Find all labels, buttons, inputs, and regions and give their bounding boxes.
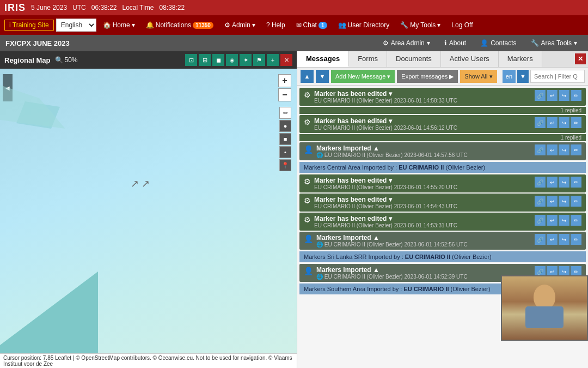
map-circle-tool[interactable]: ● (279, 120, 291, 132)
action-edit-button[interactable]: ✏ (571, 215, 581, 226)
action-reply-button[interactable]: ↩ (547, 144, 558, 155)
tab-markers[interactable]: Markers (499, 51, 542, 67)
message-actions: 🔗 ↩ ↪ ✏ (535, 196, 581, 207)
action-link-button[interactable]: 🔗 (535, 90, 546, 101)
admin-menu[interactable]: ⚙ Admin ▾ (220, 19, 260, 31)
area-admin-menu[interactable]: ⚙ Area Admin ▾ (377, 38, 436, 49)
gear-icon: ⚙ (304, 215, 311, 224)
local-time: 08:38:22 (160, 4, 185, 11)
action-edit-button[interactable]: ✏ (571, 234, 581, 245)
action-link-button[interactable]: 🔗 (535, 144, 546, 155)
map-tool-square[interactable]: ◼ (212, 54, 224, 66)
list-item: ⚙ Marker has been edited ▾ EU CRIMARIO I… (299, 194, 586, 212)
chat-badge: 1 (318, 22, 327, 29)
map-tool-select[interactable]: ⊡ (185, 54, 197, 66)
tab-messages[interactable]: Messages (297, 51, 349, 67)
message-subtitle: EU CRIMARIO II (Olivier Bezier) 2023-06-… (314, 184, 531, 190)
message-content: Markers Imported ▲ 🌐 EU CRIMARIO II (Oli… (316, 266, 531, 280)
contacts-menu[interactable]: 👤 Contacts (475, 38, 522, 49)
utc-label: UTC (72, 4, 86, 11)
action-forward-button[interactable]: ↪ (559, 234, 569, 245)
map-tool-star[interactable]: ✦ (240, 54, 252, 66)
message-content: Marker has been edited ▾ EU CRIMARIO II … (314, 90, 531, 104)
map-side-toggle[interactable]: ◀ (3, 74, 13, 101)
action-link-button[interactable]: 🔗 (535, 196, 546, 207)
scroll-up-button[interactable]: ▲ (301, 70, 314, 83)
area-tools-menu[interactable]: 🔧 Area Tools ▾ (525, 38, 583, 49)
message-title: Markers Imported ▲ (316, 144, 531, 152)
action-forward-button[interactable]: ↪ (559, 215, 569, 226)
map-side-tools: ✏ ● ■ • 📍 (279, 107, 291, 171)
map-tool-diamond[interactable]: ◈ (226, 54, 238, 66)
search-area: en ▼ (503, 70, 585, 83)
user-icon: 👤 (304, 145, 313, 154)
messages-panel-wrapper: Messages Forms Documents Active Users Ma… (297, 51, 588, 368)
action-link-button[interactable]: 🔗 (535, 177, 546, 188)
language-arrow-button[interactable]: ▼ (517, 70, 529, 83)
map-pencil-tool[interactable]: ✏ (279, 107, 291, 119)
scroll-down-button[interactable]: ▼ (316, 70, 329, 83)
language-filter-button[interactable]: en (503, 70, 516, 83)
message-content: Marker has been edited ▾ EU CRIMARIO II … (314, 215, 531, 228)
zoom-out-button[interactable]: − (278, 88, 291, 101)
action-link-button[interactable]: 🔗 (535, 234, 546, 245)
action-link-button[interactable]: 🔗 (535, 117, 546, 128)
action-forward-button[interactable]: ↪ (559, 90, 569, 101)
tab-active-users[interactable]: Active Users (441, 51, 499, 67)
map-rect-tool[interactable]: ■ (279, 133, 291, 145)
message-sub-text: Markers Central Area Imported by : EU CR… (299, 162, 586, 173)
action-edit-button[interactable]: ✏ (571, 117, 581, 128)
user-icon: 👤 (304, 267, 313, 275)
about-menu[interactable]: ℹ About (439, 38, 471, 49)
map-zoom-display: 🔍 50% (55, 56, 78, 64)
message-content: Markers Imported ▲ 🌐 EU CRIMARIO II (Oli… (316, 144, 531, 158)
message-actions: 🔗 ↩ ↪ ✏ (535, 234, 581, 245)
message-subtitle: EU CRIMARIO II (Olivier Bezier) 2023-06-… (314, 98, 531, 104)
list-item: 👤 Markers Imported ▲ 🌐 EU CRIMARIO II (O… (299, 232, 586, 250)
action-edit-button[interactable]: ✏ (571, 177, 581, 188)
message-content: Marker has been edited ▾ EU CRIMARIO II … (314, 196, 531, 209)
map-tool-flag[interactable]: ⚑ (253, 54, 265, 66)
action-reply-button[interactable]: ↩ (547, 196, 558, 207)
notifications-menu[interactable]: 🔔 Notifications 11350 (142, 19, 218, 31)
search-filter-input[interactable] (530, 70, 585, 83)
action-reply-button[interactable]: ↩ (547, 90, 558, 101)
tab-documents[interactable]: Documents (387, 51, 441, 67)
action-reply-button[interactable]: ↩ (547, 215, 558, 226)
add-new-message-button[interactable]: Add New Message ▾ (331, 70, 395, 83)
action-forward-button[interactable]: ↪ (559, 117, 569, 128)
zoom-in-button[interactable]: + (278, 74, 291, 87)
action-link-button[interactable]: 🔗 (535, 215, 546, 226)
gear-icon: ⚙ (304, 91, 311, 99)
show-all-button[interactable]: Show All ▾ (460, 70, 497, 83)
action-edit-button[interactable]: ✏ (571, 90, 581, 101)
user-directory-menu[interactable]: 👥 User Directory (334, 19, 394, 31)
map-arrows: ↗ ↗ (131, 178, 150, 190)
action-forward-button[interactable]: ↪ (559, 144, 569, 155)
action-reply-button[interactable]: ↩ (547, 234, 558, 245)
home-menu[interactable]: 🏠 Home ▾ (99, 19, 139, 31)
action-forward-button[interactable]: ↪ (559, 196, 569, 207)
map-dot-tool[interactable]: • (279, 146, 291, 158)
map-pin-tool[interactable]: 📍 (279, 159, 291, 171)
chat-menu[interactable]: ✉ Chat 1 (292, 19, 332, 31)
action-edit-button[interactable]: ✏ (571, 144, 581, 155)
action-edit-button[interactable]: ✏ (571, 196, 581, 207)
action-forward-button[interactable]: ↪ (559, 177, 569, 188)
log-off-button[interactable]: Log Off (447, 19, 477, 31)
action-reply-button[interactable]: ↩ (547, 177, 558, 188)
my-tools-menu[interactable]: 🔧 My Tools ▾ (396, 19, 445, 31)
map-tool-grid[interactable]: ⊞ (199, 54, 211, 66)
action-reply-button[interactable]: ↩ (547, 117, 558, 128)
notifications-badge: 11350 (193, 22, 213, 29)
message-title: Marker has been edited ▾ (314, 215, 531, 222)
zoom-icon: 🔍 (55, 56, 63, 64)
help-menu[interactable]: ? Help (262, 19, 290, 31)
export-messages-button[interactable]: Export messages ▶ (397, 70, 458, 83)
map-tool-close[interactable]: ✕ (280, 54, 292, 66)
map-tool-plus[interactable]: + (267, 54, 279, 66)
panel-close-button[interactable]: ✕ (575, 53, 586, 64)
language-select[interactable]: English French Spanish (56, 19, 96, 32)
tab-forms[interactable]: Forms (349, 51, 387, 67)
map-area[interactable]: ◀ ↗ ↗ + − ✏ ● ■ • 📍 (0, 69, 297, 353)
